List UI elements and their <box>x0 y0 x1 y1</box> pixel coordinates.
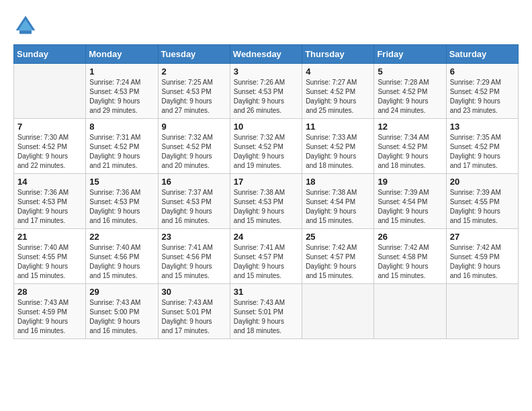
day-header-thursday: Thursday <box>302 45 374 64</box>
calendar-cell: 15Sunrise: 7:36 AM Sunset: 4:53 PM Dayli… <box>86 174 158 229</box>
day-header-sunday: Sunday <box>14 45 86 64</box>
svg-rect-2 <box>19 30 32 34</box>
calendar-body: 1Sunrise: 7:24 AM Sunset: 4:53 PM Daylig… <box>14 64 519 339</box>
calendar-cell: 17Sunrise: 7:38 AM Sunset: 4:53 PM Dayli… <box>230 174 302 229</box>
calendar-cell: 20Sunrise: 7:39 AM Sunset: 4:55 PM Dayli… <box>446 174 518 229</box>
day-number: 9 <box>162 122 226 132</box>
day-number: 19 <box>378 177 442 187</box>
cell-content: Sunrise: 7:35 AM Sunset: 4:52 PM Dayligh… <box>450 133 515 171</box>
day-number: 25 <box>306 232 370 242</box>
cell-content: Sunrise: 7:37 AM Sunset: 4:53 PM Dayligh… <box>162 188 226 226</box>
cell-content: Sunrise: 7:36 AM Sunset: 4:53 PM Dayligh… <box>89 188 154 226</box>
calendar-week-2: 7Sunrise: 7:30 AM Sunset: 4:52 PM Daylig… <box>14 119 519 174</box>
cell-content: Sunrise: 7:32 AM Sunset: 4:52 PM Dayligh… <box>162 133 226 171</box>
day-number: 16 <box>162 177 226 187</box>
calendar-cell: 3Sunrise: 7:26 AM Sunset: 4:53 PM Daylig… <box>230 64 302 119</box>
cell-content: Sunrise: 7:28 AM Sunset: 4:52 PM Dayligh… <box>378 78 442 116</box>
calendar-cell: 9Sunrise: 7:32 AM Sunset: 4:52 PM Daylig… <box>158 119 230 174</box>
cell-content: Sunrise: 7:25 AM Sunset: 4:53 PM Dayligh… <box>162 78 226 116</box>
calendar-cell: 10Sunrise: 7:32 AM Sunset: 4:52 PM Dayli… <box>230 119 302 174</box>
calendar-header: SundayMondayTuesdayWednesdayThursdayFrid… <box>14 45 519 64</box>
day-number: 30 <box>162 287 226 297</box>
day-number: 21 <box>17 232 82 242</box>
cell-content: Sunrise: 7:43 AM Sunset: 5:00 PM Dayligh… <box>89 298 154 336</box>
day-header-friday: Friday <box>374 45 446 64</box>
calendar-cell <box>374 284 446 339</box>
cell-content: Sunrise: 7:39 AM Sunset: 4:54 PM Dayligh… <box>378 188 442 226</box>
calendar-cell: 31Sunrise: 7:43 AM Sunset: 5:01 PM Dayli… <box>230 284 302 339</box>
calendar-cell: 14Sunrise: 7:36 AM Sunset: 4:53 PM Dayli… <box>14 174 86 229</box>
cell-content: Sunrise: 7:36 AM Sunset: 4:53 PM Dayligh… <box>17 188 82 226</box>
day-number: 20 <box>450 177 515 187</box>
cell-content: Sunrise: 7:24 AM Sunset: 4:53 PM Dayligh… <box>89 78 154 116</box>
day-number: 18 <box>306 177 370 187</box>
day-number: 11 <box>306 122 370 132</box>
day-number: 17 <box>234 177 298 187</box>
calendar-cell: 5Sunrise: 7:28 AM Sunset: 4:52 PM Daylig… <box>374 64 446 119</box>
calendar: SundayMondayTuesdayWednesdayThursdayFrid… <box>13 44 519 339</box>
calendar-cell: 29Sunrise: 7:43 AM Sunset: 5:00 PM Dayli… <box>86 284 158 339</box>
day-header-wednesday: Wednesday <box>230 45 302 64</box>
day-number: 1 <box>89 66 154 77</box>
cell-content: Sunrise: 7:29 AM Sunset: 4:52 PM Dayligh… <box>450 78 515 116</box>
calendar-cell <box>14 64 86 119</box>
day-number: 10 <box>234 122 298 132</box>
calendar-cell: 7Sunrise: 7:30 AM Sunset: 4:52 PM Daylig… <box>14 119 86 174</box>
day-number: 2 <box>162 66 226 77</box>
page-header <box>13 13 519 38</box>
cell-content: Sunrise: 7:34 AM Sunset: 4:52 PM Dayligh… <box>378 133 442 171</box>
day-number: 23 <box>162 232 226 242</box>
day-number: 7 <box>17 122 82 132</box>
cell-content: Sunrise: 7:43 AM Sunset: 4:59 PM Dayligh… <box>17 298 82 336</box>
cell-content: Sunrise: 7:31 AM Sunset: 4:52 PM Dayligh… <box>89 133 154 171</box>
calendar-cell: 28Sunrise: 7:43 AM Sunset: 4:59 PM Dayli… <box>14 284 86 339</box>
cell-content: Sunrise: 7:30 AM Sunset: 4:52 PM Dayligh… <box>17 133 82 171</box>
cell-content: Sunrise: 7:40 AM Sunset: 4:55 PM Dayligh… <box>17 243 82 281</box>
cell-content: Sunrise: 7:43 AM Sunset: 5:01 PM Dayligh… <box>234 298 298 336</box>
calendar-cell: 1Sunrise: 7:24 AM Sunset: 4:53 PM Daylig… <box>86 64 158 119</box>
day-number: 15 <box>89 177 154 187</box>
calendar-cell: 25Sunrise: 7:42 AM Sunset: 4:57 PM Dayli… <box>302 229 374 284</box>
calendar-cell: 22Sunrise: 7:40 AM Sunset: 4:56 PM Dayli… <box>86 229 158 284</box>
calendar-cell: 23Sunrise: 7:41 AM Sunset: 4:56 PM Dayli… <box>158 229 230 284</box>
calendar-cell: 11Sunrise: 7:33 AM Sunset: 4:52 PM Dayli… <box>302 119 374 174</box>
calendar-cell: 27Sunrise: 7:42 AM Sunset: 4:59 PM Dayli… <box>446 229 518 284</box>
calendar-cell <box>446 284 518 339</box>
cell-content: Sunrise: 7:39 AM Sunset: 4:55 PM Dayligh… <box>450 188 515 226</box>
calendar-cell: 12Sunrise: 7:34 AM Sunset: 4:52 PM Dayli… <box>374 119 446 174</box>
calendar-week-3: 14Sunrise: 7:36 AM Sunset: 4:53 PM Dayli… <box>14 174 519 229</box>
day-number: 13 <box>450 122 515 132</box>
day-header-tuesday: Tuesday <box>158 45 230 64</box>
day-number: 24 <box>234 232 298 242</box>
cell-content: Sunrise: 7:43 AM Sunset: 5:01 PM Dayligh… <box>162 298 226 336</box>
day-header-monday: Monday <box>86 45 158 64</box>
day-number: 4 <box>306 66 370 77</box>
calendar-cell: 19Sunrise: 7:39 AM Sunset: 4:54 PM Dayli… <box>374 174 446 229</box>
calendar-cell: 30Sunrise: 7:43 AM Sunset: 5:01 PM Dayli… <box>158 284 230 339</box>
calendar-cell: 6Sunrise: 7:29 AM Sunset: 4:52 PM Daylig… <box>446 64 518 119</box>
calendar-cell: 2Sunrise: 7:25 AM Sunset: 4:53 PM Daylig… <box>158 64 230 119</box>
day-number: 22 <box>89 232 154 242</box>
cell-content: Sunrise: 7:41 AM Sunset: 4:57 PM Dayligh… <box>234 243 298 281</box>
calendar-cell: 26Sunrise: 7:42 AM Sunset: 4:58 PM Dayli… <box>374 229 446 284</box>
calendar-cell: 13Sunrise: 7:35 AM Sunset: 4:52 PM Dayli… <box>446 119 518 174</box>
cell-content: Sunrise: 7:41 AM Sunset: 4:56 PM Dayligh… <box>162 243 226 281</box>
cell-content: Sunrise: 7:38 AM Sunset: 4:54 PM Dayligh… <box>306 188 370 226</box>
cell-content: Sunrise: 7:27 AM Sunset: 4:52 PM Dayligh… <box>306 78 370 116</box>
cell-content: Sunrise: 7:26 AM Sunset: 4:53 PM Dayligh… <box>234 78 298 116</box>
calendar-cell <box>302 284 374 339</box>
day-number: 5 <box>378 66 442 77</box>
cell-content: Sunrise: 7:42 AM Sunset: 4:58 PM Dayligh… <box>378 243 442 281</box>
day-header-saturday: Saturday <box>446 45 518 64</box>
cell-content: Sunrise: 7:33 AM Sunset: 4:52 PM Dayligh… <box>306 133 370 171</box>
calendar-cell: 4Sunrise: 7:27 AM Sunset: 4:52 PM Daylig… <box>302 64 374 119</box>
day-number: 3 <box>234 66 298 77</box>
day-number: 31 <box>234 287 298 297</box>
calendar-cell: 16Sunrise: 7:37 AM Sunset: 4:53 PM Dayli… <box>158 174 230 229</box>
cell-content: Sunrise: 7:42 AM Sunset: 4:57 PM Dayligh… <box>306 243 370 281</box>
day-number: 8 <box>89 122 154 132</box>
cell-content: Sunrise: 7:40 AM Sunset: 4:56 PM Dayligh… <box>89 243 154 281</box>
day-number: 26 <box>378 232 442 242</box>
logo-icon <box>13 13 38 38</box>
cell-content: Sunrise: 7:42 AM Sunset: 4:59 PM Dayligh… <box>450 243 515 281</box>
